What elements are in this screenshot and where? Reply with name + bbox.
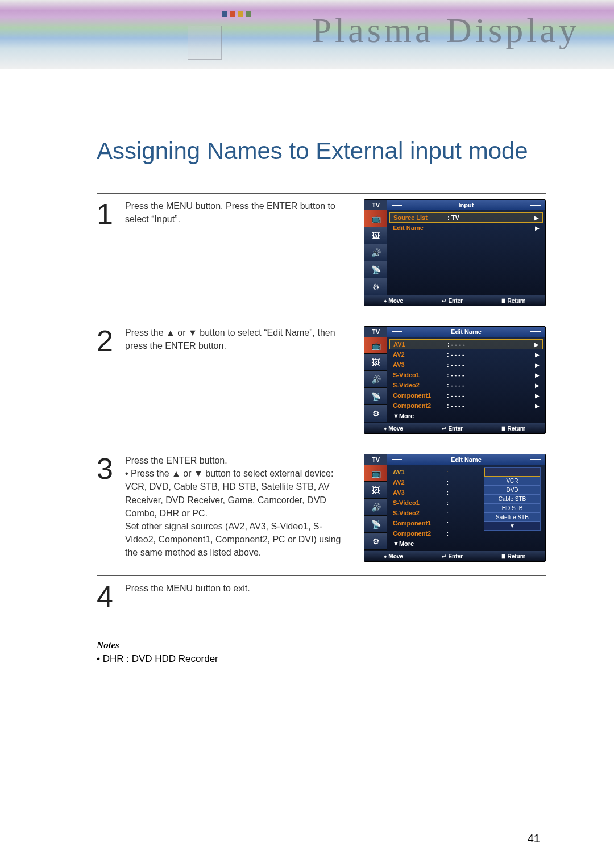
menu-more[interactable]: ▼More xyxy=(389,411,543,421)
header-banner: Plasma Display xyxy=(0,0,614,69)
dropdown-option[interactable]: - - - - xyxy=(484,468,540,477)
dropdown-option[interactable]: DVD xyxy=(484,486,540,495)
return-icon: Ⅲ xyxy=(501,298,505,304)
menu-component2[interactable]: Component2: - - - -▶ xyxy=(389,400,543,411)
step-text: Press the ENTER button. • Press the ▲ or… xyxy=(125,454,341,562)
dropdown-option[interactable]: VCR xyxy=(484,477,540,486)
step-1: 1 Press the MENU button. Press the ENTER… xyxy=(97,193,546,306)
osd-tv-label: TV xyxy=(364,454,387,465)
menu-more[interactable]: ▼More xyxy=(389,539,543,549)
dropdown-option[interactable]: HD STB xyxy=(484,504,540,513)
enter-icon: ↵ xyxy=(442,553,446,560)
enter-icon: ↵ xyxy=(442,425,446,432)
menu-av2[interactable]: AV2: - - - -▶ xyxy=(389,349,543,360)
channel-icon[interactable]: 📡 xyxy=(364,261,387,278)
dropdown-option[interactable]: Satellite STB xyxy=(484,513,540,522)
osd-title: Input xyxy=(387,200,545,210)
step-text: Press the MENU button to exit. xyxy=(125,582,546,611)
chevron-right-icon: ▶ xyxy=(535,403,540,409)
updown-icon: ♦ xyxy=(384,298,387,304)
notes-text: • DHR : DVD HDD Recorder xyxy=(97,653,546,665)
banner-swatches xyxy=(222,11,251,17)
input-icon[interactable]: 📺 xyxy=(364,465,387,482)
menu-component1[interactable]: Component1: - - - -▶ xyxy=(389,390,543,400)
osd-sidebar: 📺 🖼 🔊 📡 ⚙ xyxy=(364,337,387,423)
picture-icon[interactable]: 🖼 xyxy=(364,482,387,499)
step-text: Press the ▲ or ▼ button to select “Edit … xyxy=(125,326,341,434)
chevron-down-icon: ▼ xyxy=(484,522,540,530)
notes-section: Notes • DHR : DVD HDD Recorder xyxy=(97,640,546,665)
chevron-right-icon: ▶ xyxy=(535,382,540,389)
sound-icon[interactable]: 🔊 xyxy=(364,371,387,388)
notes-heading: Notes xyxy=(97,640,546,651)
step-2: 2 Press the ▲ or ▼ button to select “Edi… xyxy=(97,320,546,434)
menu-source-list[interactable]: Source List : TV ▶ xyxy=(389,212,543,223)
channel-icon[interactable]: 📡 xyxy=(364,516,387,533)
osd-tv-label: TV xyxy=(364,327,387,337)
step-number: 2 xyxy=(97,326,114,434)
enter-icon: ↵ xyxy=(442,298,446,304)
step-3: 3 Press the ENTER button. • Press the ▲ … xyxy=(97,448,546,562)
osd-footer: ♦Move ↵Enter ⅢReturn xyxy=(364,551,545,561)
osd-footer: ♦Move ↵Enter ⅢReturn xyxy=(364,295,545,306)
chevron-right-icon: ▶ xyxy=(535,362,540,368)
page-number: 41 xyxy=(528,832,540,845)
osd-title: Edit Name xyxy=(387,327,545,337)
osd-title: Edit Name xyxy=(387,454,545,465)
chevron-right-icon: ▶ xyxy=(535,352,540,358)
chevron-right-icon: ▶ xyxy=(534,341,539,348)
chevron-right-icon: ▶ xyxy=(534,215,539,221)
menu-edit-name[interactable]: Edit Name ▶ xyxy=(389,223,543,233)
step-number: 1 xyxy=(97,199,114,306)
osd-footer: ♦Move ↵Enter ⅢReturn xyxy=(364,423,545,433)
banner-title: Plasma Display xyxy=(312,10,580,51)
input-icon[interactable]: 📺 xyxy=(364,210,387,227)
channel-icon[interactable]: 📡 xyxy=(364,388,387,405)
chevron-right-icon: ▶ xyxy=(535,393,540,399)
sound-icon[interactable]: 🔊 xyxy=(364,499,387,516)
setup-icon[interactable]: ⚙ xyxy=(364,533,387,550)
chevron-right-icon: ▶ xyxy=(535,225,540,231)
chevron-right-icon: ▶ xyxy=(535,372,540,378)
osd-sidebar: 📺 🖼 🔊 📡 ⚙ xyxy=(364,210,387,295)
return-icon: Ⅲ xyxy=(501,425,505,432)
menu-svideo1[interactable]: S-Video1: - - - -▶ xyxy=(389,370,543,380)
menu-av3[interactable]: AV3: - - - -▶ xyxy=(389,360,543,370)
updown-icon: ♦ xyxy=(384,425,387,432)
step-text: Press the MENU button. Press the ENTER b… xyxy=(125,199,341,306)
setup-icon[interactable]: ⚙ xyxy=(364,278,387,295)
osd-screen-3: TV Edit Name 📺 🖼 🔊 📡 ⚙ AV1: AV2: AV3: xyxy=(364,454,546,562)
picture-icon[interactable]: 🖼 xyxy=(364,227,387,244)
osd-sidebar: 📺 🖼 🔊 📡 ⚙ xyxy=(364,465,387,551)
osd-screen-2: TV Edit Name 📺 🖼 🔊 📡 ⚙ AV1: - - - -▶ AV2… xyxy=(364,326,546,434)
picture-icon[interactable]: 🖼 xyxy=(364,354,387,371)
step-4: 4 Press the MENU button to exit. xyxy=(97,575,546,611)
menu-svideo2[interactable]: S-Video2: - - - -▶ xyxy=(389,380,543,390)
osd-screen-1: TV Input 📺 🖼 🔊 📡 ⚙ Source List : xyxy=(364,199,546,306)
osd-tv-label: TV xyxy=(364,200,387,210)
page-title: Assigning Names to External input mode xyxy=(97,137,546,165)
menu-av1[interactable]: AV1: - - - -▶ xyxy=(389,339,543,349)
return-icon: Ⅲ xyxy=(501,553,505,560)
step-number: 4 xyxy=(97,582,114,611)
setup-icon[interactable]: ⚙ xyxy=(364,405,387,422)
sound-icon[interactable]: 🔊 xyxy=(364,244,387,261)
dropdown-option[interactable]: Cable STB xyxy=(484,495,540,504)
input-icon[interactable]: 📺 xyxy=(364,337,387,354)
updown-icon: ♦ xyxy=(384,553,387,560)
step-number: 3 xyxy=(97,454,114,562)
device-dropdown[interactable]: - - - - VCR DVD Cable STB HD STB Satelli… xyxy=(484,467,541,531)
banner-door-graphic xyxy=(188,26,222,60)
